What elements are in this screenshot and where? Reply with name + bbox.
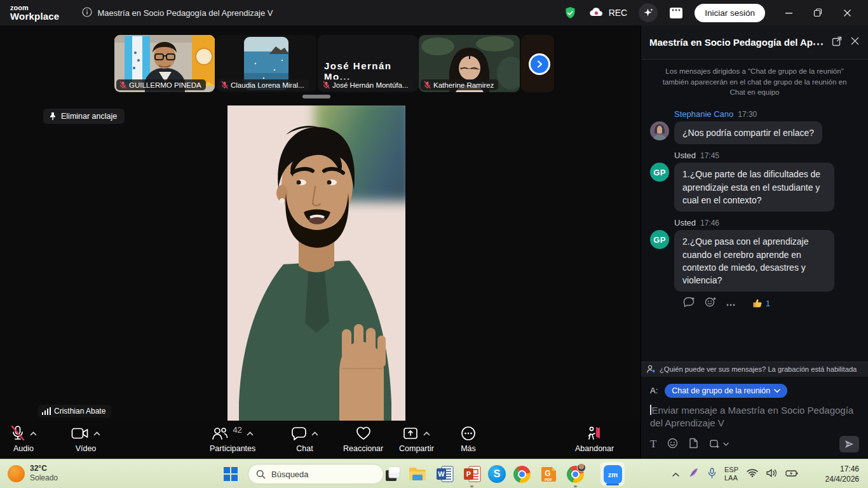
audio-options-chevron[interactable] — [30, 431, 37, 436]
message-input[interactable]: Enviar mensaje a Maestría en Socio Pedag… — [650, 404, 859, 430]
participants-options-chevron[interactable] — [247, 431, 254, 436]
svg-text:P: P — [466, 470, 470, 478]
speaker-name: Cristhian Abate — [54, 407, 105, 416]
sender-name[interactable]: Usted — [674, 218, 696, 227]
tray-feather-icon[interactable] — [688, 467, 700, 481]
muted-mic-icon — [10, 425, 25, 442]
chat-notice: Los mensajes dirigidos a "Chat de grupo … — [658, 66, 851, 98]
participant-thumbnail[interactable]: GUILLERMO PINEDA — [114, 35, 215, 92]
format-text-icon[interactable]: T — [650, 438, 656, 451]
leave-button[interactable]: Abandonar — [575, 425, 614, 453]
window-controls — [776, 3, 859, 22]
title-bar: zoom Workplace Maestría en Socio Pedagog… — [0, 0, 868, 25]
restore-button[interactable] — [806, 3, 830, 22]
thumbs-up-emoji — [752, 298, 763, 308]
message-actions: 1 — [683, 297, 859, 309]
chrome-profile-icon[interactable] — [566, 464, 585, 484]
share-options-chevron[interactable] — [423, 431, 430, 436]
participant-thumbnail[interactable]: Katherine Ramirez — [419, 35, 520, 92]
task-view-icon[interactable] — [383, 464, 402, 484]
skype-icon[interactable]: S — [487, 464, 506, 484]
rec-cloud-icon — [588, 7, 605, 18]
chat-message-list[interactable]: Stephanie Cano 17:30 ¿Nos podría compart… — [641, 100, 868, 361]
message-bubble[interactable]: 2.¿Que pasa con el aprendizaje cuando el… — [674, 230, 834, 292]
taskbar-clock[interactable]: 17:46 24/4/2026 — [825, 464, 859, 484]
volume-icon[interactable] — [766, 468, 777, 480]
wifi-icon[interactable] — [747, 468, 758, 480]
close-button[interactable] — [835, 3, 859, 22]
video-camera-icon — [71, 427, 89, 440]
react-label: Reaccionar — [343, 444, 383, 453]
powerpoint-icon[interactable]: P — [463, 464, 482, 484]
reply-icon[interactable] — [683, 297, 695, 309]
pop-out-icon[interactable] — [832, 36, 842, 49]
tray-chevron-icon[interactable] — [672, 468, 680, 480]
send-message-button[interactable] — [839, 436, 859, 452]
sender-name[interactable]: Stephanie Cano — [674, 109, 733, 119]
pinned-speaker-video[interactable] — [227, 105, 405, 421]
message-bubble[interactable]: ¿Nos podría compartir el enlace? — [674, 121, 822, 144]
leave-label: Abandonar — [575, 444, 614, 453]
taskbar-weather-widget[interactable]: 32°C Soleado — [8, 464, 58, 483]
more-button[interactable]: Más — [461, 425, 476, 453]
running-indicator — [574, 485, 577, 487]
file-explorer-icon[interactable] — [408, 464, 427, 484]
chat-message: Usted 17:46 GP 2.¿Que pasa con el aprend… — [650, 218, 859, 309]
language-indicator[interactable]: ESP LAA — [724, 466, 738, 482]
video-options-chevron[interactable] — [93, 431, 100, 436]
video-button[interactable]: Vídeo — [71, 425, 100, 453]
chat-privacy-notice: ¿Quién puede ver sus mensajes? La grabac… — [641, 362, 868, 377]
avatar[interactable] — [650, 121, 669, 140]
chat-message: Stephanie Cano 17:30 ¿Nos podría compart… — [650, 109, 859, 144]
more-actions-icon[interactable] — [726, 297, 735, 309]
chat-button[interactable]: Chat — [291, 425, 318, 453]
sign-in-button[interactable]: Iniciar sesión — [695, 4, 765, 22]
chat-options-chevron[interactable] — [311, 431, 318, 436]
emoji-icon[interactable] — [667, 438, 678, 451]
gpdf-app-icon[interactable]: GPDF — [539, 464, 558, 484]
meeting-info: Maestría en Socio Pedagogía del Aprendiz… — [82, 7, 273, 19]
chat-label: Chat — [296, 444, 313, 453]
next-participants-button[interactable] — [529, 53, 550, 75]
message-bubble[interactable]: 1.¿Que parte de las dificultades de apre… — [674, 163, 834, 212]
ai-companion-icon[interactable] — [639, 3, 658, 22]
chat-close-icon[interactable] — [850, 36, 860, 48]
audio-button[interactable]: Audio — [10, 425, 37, 453]
start-button[interactable] — [224, 467, 238, 481]
word-icon[interactable]: W — [435, 464, 454, 484]
info-icon[interactable] — [82, 7, 92, 19]
zoom-taskbar-icon[interactable]: zm — [600, 462, 625, 486]
battery-icon[interactable] — [785, 468, 798, 480]
sender-name[interactable]: Usted — [674, 151, 696, 160]
chrome-icon[interactable] — [512, 464, 531, 484]
filmstrip-drag-handle[interactable] — [302, 95, 330, 98]
security-shield-icon[interactable] — [564, 6, 577, 20]
muted-mic-icon — [322, 81, 330, 89]
recipient-selector[interactable]: Chat de grupo de la reunión — [665, 384, 787, 398]
apps-grid-icon[interactable] — [669, 7, 683, 19]
avatar[interactable]: GP — [650, 230, 669, 249]
windows-taskbar: 32°C Soleado Búsqueda W P S GPDF — [0, 459, 868, 488]
participant-nametag: GUILLERMO PINEDA — [116, 79, 206, 90]
recording-indicator[interactable]: REC — [588, 7, 628, 18]
participant-thumbnail[interactable]: Claudia Lorena Miral... — [216, 35, 316, 92]
screenshot-icon[interactable] — [709, 439, 729, 449]
tray-mic-icon[interactable] — [708, 468, 716, 481]
share-button[interactable]: Compartir — [399, 425, 434, 453]
pin-label: Eliminar anclaje — [61, 112, 117, 121]
video-label: Vídeo — [76, 444, 97, 453]
attach-file-icon[interactable] — [689, 438, 698, 451]
remove-pin-button[interactable]: Eliminar anclaje — [43, 109, 125, 124]
chat-more-icon[interactable] — [813, 37, 824, 48]
participant-name: GUILLERMO PINEDA — [129, 81, 201, 89]
react-button[interactable]: Reaccionar — [343, 425, 383, 453]
chat-header: Maestría en Socio Pedagogía del Apre... — [641, 25, 868, 60]
participants-button[interactable]: 42 Participantes — [210, 425, 255, 453]
add-reaction-icon[interactable] — [705, 297, 717, 309]
taskbar-search[interactable]: Búsqueda — [248, 464, 384, 484]
avatar[interactable]: GP — [650, 163, 669, 182]
reaction-badge[interactable]: 1 — [752, 298, 770, 308]
participant-thumbnail[interactable]: José Hernán Mo... José Hernán Montúfa... — [318, 35, 418, 92]
recipient-name: Chat de grupo de la reunión — [672, 386, 770, 395]
minimize-button[interactable] — [776, 3, 801, 22]
